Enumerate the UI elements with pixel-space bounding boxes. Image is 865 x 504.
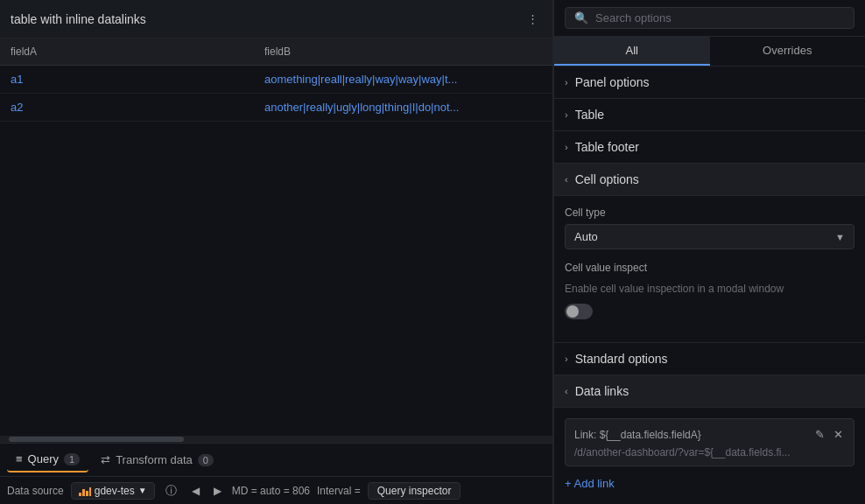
next-arrow-button[interactable]: ▶	[210, 483, 225, 499]
tab-transform-label: Transform data	[116, 453, 193, 466]
datasource-label: Data source	[7, 485, 64, 497]
panel-title: table with inline datalinks	[11, 12, 146, 26]
cell-type-value: Auto	[574, 230, 598, 243]
table-footer-label: Table footer	[575, 140, 639, 154]
column-header-fieldA: fieldA	[0, 38, 254, 66]
data-table: fieldA fieldB a1 aomething|reall|really|…	[0, 38, 552, 122]
search-icon: 🔍	[574, 11, 588, 24]
data-link-edit-button[interactable]: ✎	[813, 426, 826, 443]
toggle-row: Cell value inspect Enable cell value ins…	[565, 262, 854, 319]
cell-value-inspect-toggle[interactable]	[565, 304, 593, 319]
data-link-url: /d/another-dashboard/?var=${__data.field…	[574, 446, 845, 458]
panel-header: table with inline datalinks ⋮	[0, 0, 552, 38]
toggle-label-row	[565, 304, 854, 319]
filter-tab-overrides[interactable]: Overrides	[710, 37, 866, 66]
data-link-title: Link: ${__data.fields.fieldA}	[574, 429, 701, 441]
cell-options-label: Cell options	[575, 172, 639, 186]
data-link-item: Link: ${__data.fields.fieldA} ✎ ✕ /d/ano…	[565, 418, 854, 466]
standard-options-label: Standard options	[575, 352, 668, 366]
section-standard-options[interactable]: › Standard options	[554, 343, 865, 375]
table-row: a2 another|really|ugly|long|thing|I|do|n…	[0, 94, 552, 122]
cell-options-content: Cell type Auto ▼ Cell value inspect Enab…	[554, 196, 865, 343]
table-area: fieldA fieldB a1 aomething|reall|really|…	[0, 38, 552, 436]
cell-a2-fieldB[interactable]: another|really|ugly|long|thing|I|do|not.…	[254, 94, 552, 122]
section-table[interactable]: › Table	[554, 99, 865, 131]
status-bar: Data source gdev-tes ▼ ⓘ ◀ ▶ MD = auto =…	[0, 476, 552, 504]
toggle-knob	[566, 305, 579, 318]
cell-type-select[interactable]: Auto ▼	[565, 224, 854, 249]
data-links-content: Link: ${__data.fields.fieldA} ✎ ✕ /d/ano…	[554, 408, 865, 504]
bar-chart-icon	[79, 486, 91, 496]
filter-tab-all[interactable]: All	[554, 37, 710, 66]
prev-arrow-button[interactable]: ◀	[188, 483, 203, 499]
tab-transform[interactable]: ⇄ Transform data 0	[92, 448, 222, 472]
cell-a1-fieldA[interactable]: a1	[0, 66, 254, 94]
interval-text: Interval =	[317, 485, 361, 497]
cell-a2-fieldA[interactable]: a2	[0, 94, 254, 122]
cell-type-label: Cell type	[565, 206, 854, 219]
tab-query[interactable]: ≡ Query 1	[7, 447, 88, 472]
cell-value-inspect-label: Cell value inspect	[565, 262, 854, 274]
horizontal-scrollbar[interactable]	[0, 436, 552, 443]
add-link-button[interactable]: + Add link	[565, 473, 615, 494]
standard-options-chevron: ›	[565, 354, 568, 364]
search-input[interactable]	[595, 11, 845, 24]
filter-tabs: All Overrides	[554, 37, 865, 66]
section-data-links[interactable]: ‹ Data links	[554, 375, 865, 408]
cell-a1-fieldB[interactable]: aomething|reall|really|way|way|way|t...	[254, 66, 552, 94]
bottom-tabs: ≡ Query 1 ⇄ Transform data 0	[0, 443, 552, 476]
search-bar: 🔍	[554, 0, 865, 37]
data-link-actions: ✎ ✕	[813, 426, 845, 443]
panel-options-chevron: ›	[565, 77, 568, 88]
select-chevron-icon: ▼	[835, 232, 845, 242]
datasource-name: gdev-tes	[95, 485, 135, 497]
tab-query-label: Query	[28, 452, 59, 466]
cell-value-inspect-group: Cell value inspect Enable cell value ins…	[565, 262, 854, 319]
query-icon: ≡	[16, 452, 23, 466]
data-links-label: Data links	[575, 384, 629, 398]
transform-badge: 0	[198, 454, 214, 466]
table-label: Table	[575, 108, 604, 122]
transform-icon: ⇄	[101, 453, 110, 466]
panel-options-label: Panel options	[575, 75, 650, 89]
svg-rect-0	[79, 493, 81, 496]
section-cell-options[interactable]: ‹ Cell options	[554, 164, 865, 196]
datasource-bar-icon	[79, 486, 91, 496]
status-text: MD = auto = 806	[232, 485, 310, 497]
search-input-wrap: 🔍	[565, 7, 854, 29]
section-panel-options[interactable]: › Panel options	[554, 66, 865, 99]
data-link-delete-button[interactable]: ✕	[832, 426, 845, 443]
chevron-down-icon: ▼	[138, 486, 147, 495]
query-badge: 1	[64, 453, 80, 466]
table-footer-chevron: ›	[565, 142, 568, 152]
left-panel: table with inline datalinks ⋮ fieldA fie…	[0, 0, 553, 504]
data-link-header: Link: ${__data.fields.fieldA} ✎ ✕	[574, 426, 845, 443]
cell-type-group: Cell type Auto ▼	[565, 206, 854, 249]
table-chevron: ›	[565, 109, 568, 120]
scrollbar-thumb[interactable]	[9, 437, 184, 442]
cell-value-inspect-desc: Enable cell value inspection in a modal …	[565, 283, 854, 295]
data-links-chevron: ‹	[565, 386, 568, 396]
table-row: a1 aomething|reall|really|way|way|way|t.…	[0, 66, 552, 94]
svg-rect-3	[89, 487, 91, 496]
datasource-selector[interactable]: gdev-tes ▼	[71, 482, 155, 500]
info-button[interactable]: ⓘ	[162, 481, 181, 500]
right-panel: 🔍 All Overrides › Panel options › Table …	[553, 0, 865, 504]
query-inspector-button[interactable]: Query inspector	[368, 482, 461, 500]
panel-menu-button[interactable]: ⋮	[524, 9, 542, 29]
section-table-footer[interactable]: › Table footer	[554, 131, 865, 164]
column-header-fieldB: fieldB	[254, 38, 552, 66]
svg-rect-1	[82, 489, 85, 496]
cell-options-chevron: ‹	[565, 174, 568, 185]
svg-rect-2	[86, 491, 88, 496]
